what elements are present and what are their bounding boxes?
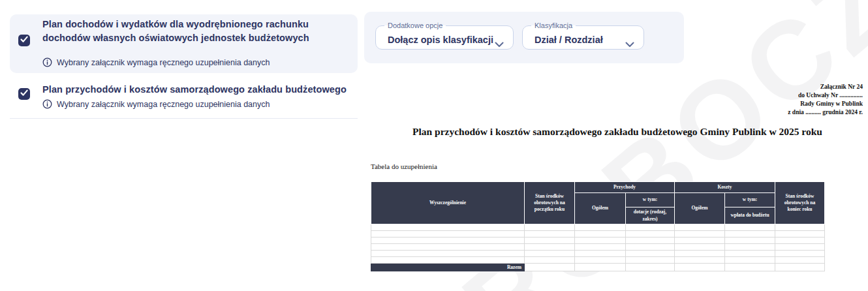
check-icon <box>18 87 30 101</box>
attachment-note-1: Wybrany załącznik wymaga ręcznego uzupeł… <box>42 57 270 67</box>
chevron-down-icon <box>625 38 634 50</box>
header-przychody: Przychody <box>575 182 675 193</box>
header-koszty-wtym: w tym: <box>725 193 775 207</box>
attachment-note-text: Wybrany załącznik wymaga ręcznego uzupeł… <box>57 100 270 109</box>
table-row <box>371 231 825 237</box>
attachment-note-text: Wybrany załącznik wymaga ręcznego uzupeł… <box>57 58 270 67</box>
select-value: Dział / Rozdział <box>535 35 603 45</box>
header-wplata: wpłata do budżetu <box>725 207 775 224</box>
check-icon <box>18 33 30 48</box>
table-row <box>371 237 825 244</box>
select-label: Klasyfikacja <box>531 22 576 29</box>
razem-cell: Razem <box>371 264 525 271</box>
table-row <box>371 244 825 251</box>
table-footer: Razem <box>371 264 825 271</box>
table-row <box>371 251 825 257</box>
app-root: ROBOCZY Plan dochodów i wydatków dla wyo… <box>0 0 868 291</box>
plan-table: Wyszczególnienie Stan środków obrotowych… <box>371 181 825 271</box>
select-label: Dodatkowe opcje <box>384 22 446 29</box>
doc-table-caption: Tabela do uzupełnienia <box>371 162 437 170</box>
header-koszty: Koszty <box>675 182 775 193</box>
doc-corner-line: Załącznik Nr 24 <box>788 83 863 91</box>
doc-table-wrap: Wyszczególnienie Stan środków obrotowych… <box>371 181 825 271</box>
attachment-title-1: Plan dochodów i wydatków dla wyodrębnion… <box>42 18 349 45</box>
header-koszty-ogolem: Ogółem <box>675 193 725 224</box>
attachment-checkbox-1[interactable] <box>18 35 30 46</box>
select-dodatkowe-opcje[interactable]: Dodatkowe opcje Dołącz opis klasyfikacji <box>375 22 514 50</box>
header-stan-poczatek: Stan środków obrotowych na początku roku <box>525 182 575 224</box>
header-przychody-wtym: w tym: <box>626 193 675 207</box>
plan-table-header: Wyszczególnienie Stan środków obrotowych… <box>371 182 825 224</box>
table-empty-rows <box>371 224 825 264</box>
header-stan-koniec: Stan środków obrotowych na koniec roku <box>775 182 825 224</box>
attachment-title-2: Plan przychodów i kosztów samorządowego … <box>42 83 349 97</box>
info-icon <box>42 57 52 67</box>
table-row <box>371 257 825 264</box>
doc-corner-line: Rady Gminy w Publink <box>788 100 863 108</box>
attachment-checkbox-2[interactable] <box>18 88 30 100</box>
doc-corner-line: do Uchwały Nr ............... <box>788 91 863 100</box>
header-wyszczegolnienie: Wyszczególnienie <box>371 182 525 224</box>
info-icon <box>42 99 52 109</box>
select-klasyfikacja[interactable]: Klasyfikacja Dział / Rozdział <box>522 22 644 50</box>
razem-row: Razem <box>371 264 825 271</box>
chevron-down-icon <box>495 38 504 50</box>
header-dotacje: dotacje (rodzaj, zakres) <box>626 207 675 224</box>
table-row <box>371 224 825 231</box>
doc-title: Plan przychodów i kosztów samorządowego … <box>365 126 868 138</box>
header-przychody-ogolem: Ogółem <box>575 193 626 224</box>
doc-corner-annotation: Załącznik Nr 24 do Uchwały Nr ..........… <box>788 83 863 117</box>
options-panel: Dodatkowe opcje Dołącz opis klasyfikacji… <box>364 12 684 63</box>
list-divider <box>10 118 358 119</box>
attachment-note-2: Wybrany załącznik wymaga ręcznego uzupeł… <box>42 99 270 109</box>
select-value: Dołącz opis klasyfikacji <box>388 35 493 45</box>
doc-corner-line: z dnia .......... grudnia 2024 r. <box>788 108 863 117</box>
